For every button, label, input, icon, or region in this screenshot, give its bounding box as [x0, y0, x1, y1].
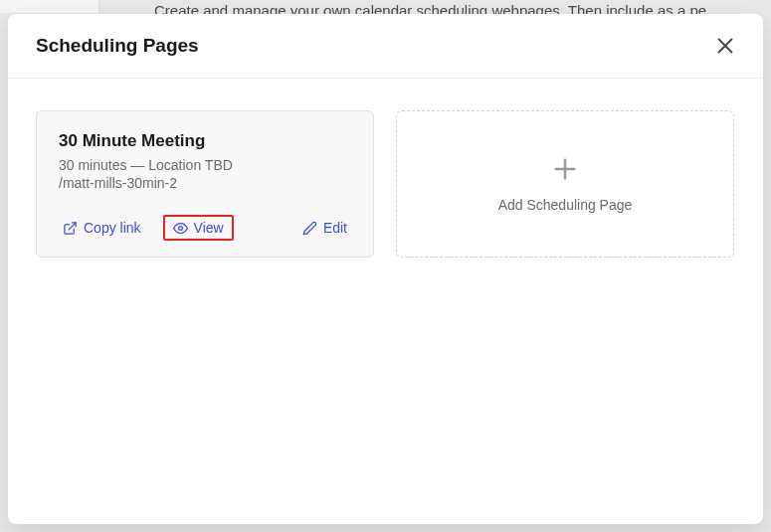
external-link-icon [63, 221, 78, 236]
eye-icon [173, 221, 188, 236]
scheduling-pages-modal: Scheduling Pages 30 Minute Meeting 30 mi… [8, 14, 763, 524]
add-scheduling-page-label: Add Scheduling Page [498, 197, 633, 213]
edit-button[interactable]: Edit [298, 218, 351, 238]
scheduling-page-card: 30 Minute Meeting 30 minutes — Location … [36, 110, 374, 258]
svg-point-3 [178, 226, 182, 230]
copy-link-button[interactable]: Copy link [59, 218, 145, 238]
background-sidebar-fragment [0, 0, 99, 13]
view-label: View [194, 220, 224, 236]
add-scheduling-page-button[interactable]: Add Scheduling Page [396, 110, 734, 258]
card-subtitle: 30 minutes — Location TBD [59, 157, 351, 173]
card-actions: Copy link View Edit [59, 215, 351, 241]
view-button[interactable]: View [163, 215, 234, 241]
edit-label: Edit [323, 220, 347, 236]
close-button[interactable] [711, 32, 739, 60]
svg-line-2 [69, 222, 76, 229]
card-title: 30 Minute Meeting [59, 131, 351, 151]
copy-link-label: Copy link [84, 220, 141, 236]
pencil-icon [302, 221, 317, 236]
modal-title: Scheduling Pages [36, 35, 199, 57]
modal-header: Scheduling Pages [8, 14, 763, 79]
modal-body: 30 Minute Meeting 30 minutes — Location … [8, 79, 763, 289]
plus-icon [551, 155, 579, 183]
card-slug: /matt-mills-30min-2 [59, 175, 351, 191]
close-icon [714, 35, 736, 57]
